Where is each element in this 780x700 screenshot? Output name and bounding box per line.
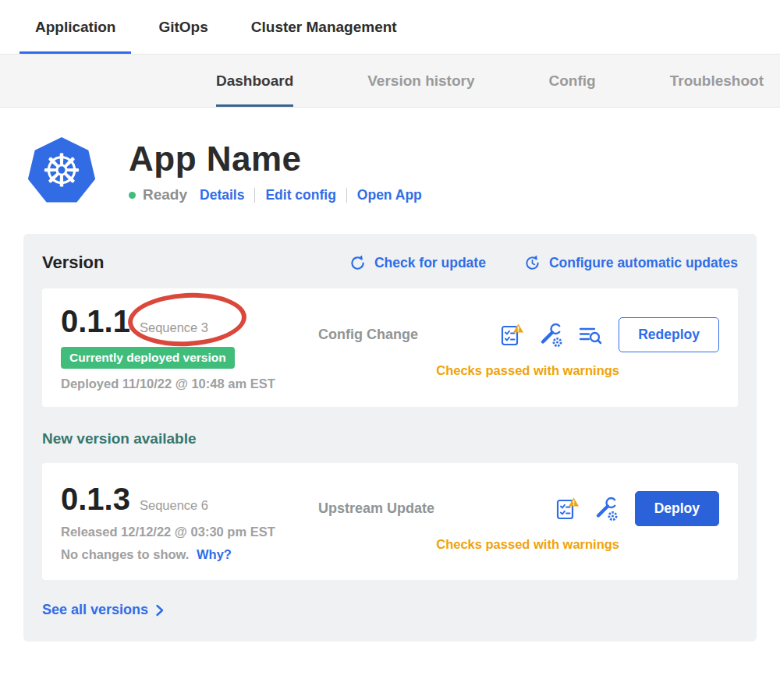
new-version-icons [554, 496, 619, 522]
helm-wheel-icon: ☸ [41, 148, 82, 193]
current-version-actions: Config Change [318, 317, 719, 378]
check-for-update-label: Check for update [374, 255, 486, 271]
tab-gitops[interactable]: GitOps [143, 0, 223, 54]
status-label: Ready [143, 186, 187, 203]
preflight-checklist-warning-icon[interactable] [554, 496, 580, 522]
refresh-icon [349, 254, 367, 272]
config-wrench-gear-icon[interactable] [537, 322, 564, 348]
divider [346, 188, 347, 203]
page-title: App Name [129, 140, 422, 179]
no-changes-line: No changes to show. Why? [61, 547, 232, 562]
view-files-search-icon[interactable] [576, 322, 603, 348]
configure-automatic-updates-link[interactable]: Configure automatic updates [523, 254, 738, 272]
current-version-line: 0.1.1 Sequence 3 [61, 304, 208, 339]
no-changes-text: No changes to show. [61, 547, 189, 561]
tab-troubleshoot[interactable]: Troubleshoot [670, 55, 764, 107]
status-dot [129, 192, 136, 199]
new-change-type: Upstream Update [318, 500, 466, 517]
new-version-line: 0.1.3 Sequence 6 [61, 482, 208, 517]
deployed-date: Deployed 11/10/22 @ 10:48 am EST [61, 377, 275, 391]
tab-dashboard[interactable]: Dashboard [216, 55, 293, 107]
chevron-right-icon [155, 604, 164, 617]
current-checks-status: Checks passed with warnings [318, 363, 719, 378]
tab-cluster-management[interactable]: Cluster Management [236, 0, 413, 54]
current-version-number: 0.1.1 [61, 304, 130, 339]
current-version-action-row: Config Change [318, 317, 719, 352]
currently-deployed-badge: Currently deployed version [61, 347, 235, 369]
current-version-icons [498, 322, 603, 348]
details-link[interactable]: Details [200, 187, 244, 203]
preflight-checklist-warning-icon[interactable] [498, 322, 525, 348]
new-version-number: 0.1.3 [61, 482, 130, 517]
why-link[interactable]: Why? [197, 547, 232, 561]
tab-config[interactable]: Config [549, 55, 596, 107]
new-checks-status: Checks passed with warnings [318, 537, 719, 552]
see-all-versions-link[interactable]: See all versions [42, 602, 164, 618]
status-row: Ready Details Edit config Open App [129, 186, 422, 203]
redeploy-button[interactable]: Redeploy [619, 317, 719, 352]
divider [254, 188, 255, 203]
open-app-link[interactable]: Open App [357, 187, 422, 203]
see-all-versions-label: See all versions [42, 602, 148, 618]
app-header: ☸ App Name Ready Details Edit config Ope… [27, 137, 780, 206]
new-version-sequence: Sequence 6 [140, 498, 208, 513]
current-change-type: Config Change [318, 327, 466, 343]
edit-config-link[interactable]: Edit config [265, 187, 335, 203]
version-heading: Version [42, 253, 104, 273]
new-version-card: 0.1.3 Sequence 6 Released 12/12/22 @ 03:… [42, 463, 738, 580]
configure-automatic-updates-label: Configure automatic updates [549, 255, 738, 271]
new-version-actions: Upstream Update [318, 491, 719, 552]
deploy-button[interactable]: Deploy [635, 491, 719, 526]
tab-application[interactable]: Application [20, 0, 131, 54]
sub-nav: Dashboard Version history Config Trouble… [0, 55, 780, 108]
version-panel-header: Version Check for update Configure autom… [42, 253, 738, 273]
version-panel: Version Check for update Configure autom… [23, 234, 757, 642]
new-version-action-row: Upstream Update [318, 491, 719, 526]
kubernetes-logo: ☸ [27, 137, 96, 206]
auto-update-clock-icon [523, 254, 541, 272]
app-header-text: App Name Ready Details Edit config Open … [129, 140, 422, 203]
version-panel-actions: Check for update Configure automatic upd… [349, 254, 738, 272]
top-nav: Application GitOps Cluster Management [0, 0, 780, 55]
config-wrench-gear-icon[interactable] [593, 496, 619, 522]
check-for-update-link[interactable]: Check for update [349, 254, 486, 272]
current-version-card: 0.1.1 Sequence 3 Currently deployed vers… [42, 288, 738, 407]
current-version-info: 0.1.1 Sequence 3 Currently deployed vers… [61, 304, 318, 391]
red-annotation-ellipse [126, 290, 247, 349]
released-date: Released 12/12/22 @ 03:30 pm EST [61, 525, 275, 539]
new-version-heading: New version available [42, 430, 738, 447]
new-version-info: 0.1.3 Sequence 6 Released 12/12/22 @ 03:… [61, 482, 318, 562]
current-version-sequence: Sequence 3 [140, 320, 208, 335]
tab-version-history[interactable]: Version history [367, 55, 474, 107]
